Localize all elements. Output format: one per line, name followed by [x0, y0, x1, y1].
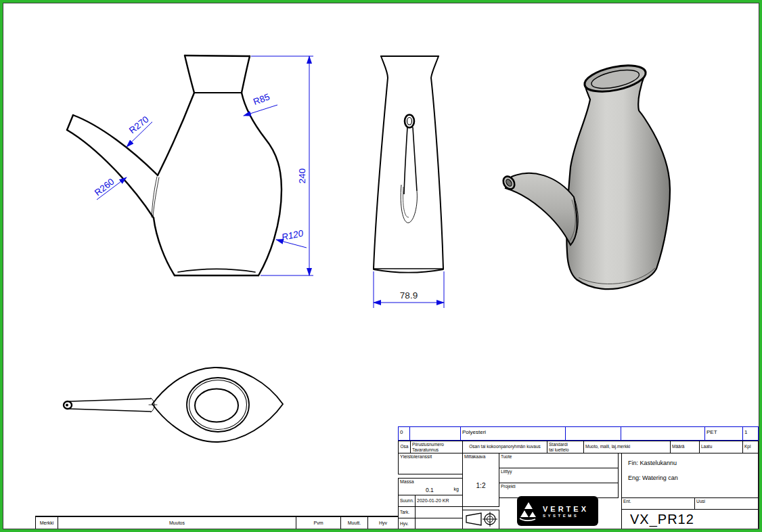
col-maara: Määrä [670, 441, 700, 453]
parts-row-qty: 1 [742, 426, 759, 441]
top-view-body [152, 368, 283, 442]
col-piirustusnumero: Piirustusnumero [412, 442, 461, 447]
logo-line2: SYSTEMS [543, 514, 589, 518]
rev-pvm: Pvm [296, 516, 341, 529]
col-kpl: Kpl [742, 441, 759, 453]
projection-symbol-box [462, 510, 499, 529]
top-view [51, 355, 294, 450]
iso-shaded-view [491, 54, 680, 298]
front-view-spout [67, 115, 159, 218]
massa-box: Massa 0.1 kg [398, 478, 463, 495]
drawing-number-box: VX_PR12 [621, 509, 759, 529]
side-view-dimension [374, 271, 444, 308]
front-view-outline [154, 56, 282, 275]
parts-row-model [621, 426, 706, 441]
rev-hyv: Hyv [367, 516, 399, 529]
logo-line1: VERTEX [543, 505, 589, 513]
hyv-value [415, 518, 463, 530]
massa-unit: kg [454, 487, 459, 493]
mittakaava-box: Mittakaava 1:2 [462, 453, 499, 507]
parts-row-material: PET [704, 426, 744, 441]
col-laatu: Laatu [699, 441, 743, 453]
col-standardi: Standardi [549, 442, 582, 447]
suunn-label: Suunn. [398, 495, 416, 507]
tark-label: Tark. [398, 506, 416, 518]
col-kuvaus: Osan tai kokoonpanoryhmän kuvaus [462, 441, 547, 453]
suunn-value: 2020-01-20 KR [415, 495, 463, 507]
first-angle-projection-icon [464, 511, 499, 529]
dim-r270-label: R270 [127, 114, 151, 136]
drawing-number: VX_PR12 [630, 511, 694, 528]
col-muoto: Muoto, malli, laj.merkki [583, 441, 671, 453]
side-view: 78.9 [365, 37, 453, 315]
front-view: 240 R85 R270 R260 R120 [14, 37, 325, 322]
dim-r260-label: R260 [93, 177, 116, 198]
name-fin: Fin: Kastelukannu [628, 460, 677, 467]
massa-value: 0.1 [426, 487, 434, 494]
rev-merkki: Merkki [35, 516, 58, 529]
names-box: Fin: Kastelukannu Eng: Watering can [621, 453, 759, 498]
iso-spout [501, 173, 578, 245]
rev-muutos: Muutos [58, 516, 296, 529]
parts-row-description: Polyesteri [460, 426, 566, 441]
uusi-box: Uusi [694, 497, 759, 510]
massa-label: Massa [400, 479, 461, 485]
dim-width-label: 78.9 [400, 290, 418, 301]
mittakaava-value: 1:2 [463, 482, 499, 491]
top-view-ring-outer [187, 378, 249, 432]
top-view-opening [195, 389, 238, 422]
parts-row-number [409, 426, 462, 441]
tuote-box: Tuote [499, 453, 619, 468]
vertex-logo: VERTEX SYSTEMS [517, 496, 598, 526]
top-view-spout [64, 398, 157, 412]
ent-box: Ent. [621, 497, 695, 510]
name-eng: Eng: Watering can [628, 474, 678, 482]
drawing-sheet: 240 R85 R270 R260 R120 [0, 0, 762, 532]
col-osa: Osa [398, 441, 411, 453]
yleistoleranssit-box: Yleistoleranssit [398, 453, 463, 474]
side-view-outline [374, 56, 443, 273]
rev-muutt: Muutt. [340, 516, 368, 529]
vertex-triangles-icon [517, 499, 540, 523]
mittakaava-label: Mittakaava [464, 454, 497, 460]
dim-r120-label: R120 [281, 228, 305, 242]
dim-height-label: 240 [297, 169, 307, 184]
liittyy-box: Liittyy [499, 468, 619, 483]
hyv-label: Hyv. [398, 518, 416, 530]
side-view-spout-section [401, 115, 417, 223]
parts-row-standard [565, 426, 622, 441]
tark-value [415, 506, 463, 518]
iso-body [566, 69, 670, 289]
dim-r85-label: R85 [252, 91, 271, 107]
front-view-dimensions [97, 56, 313, 275]
